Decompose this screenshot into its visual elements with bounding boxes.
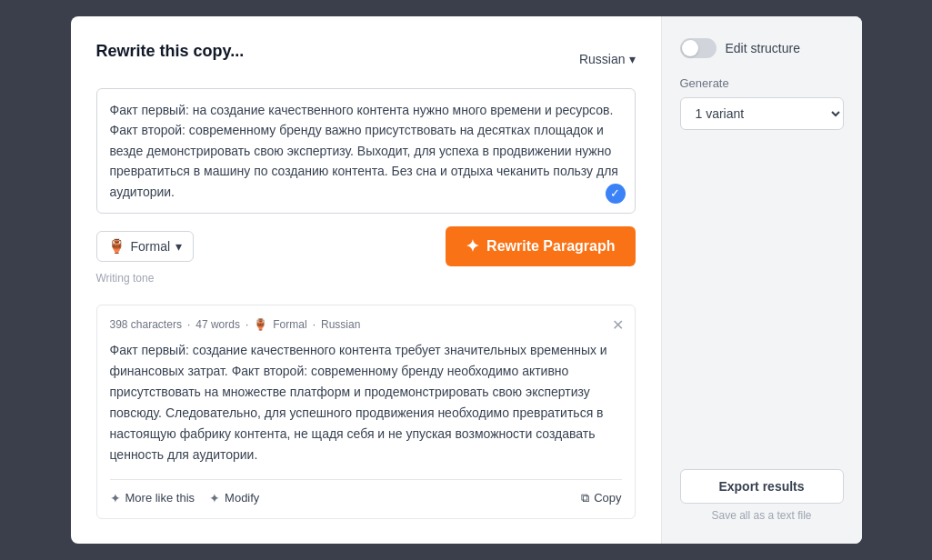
main-container: Rewrite this copy... Russian ▾ Факт перв… [71, 16, 862, 544]
tone-icon: 🏺 [108, 238, 125, 255]
copy-button[interactable]: ⧉ Copy [581, 491, 621, 505]
toggle-row: Edit structure [680, 38, 844, 58]
modify-label: Modify [225, 491, 259, 505]
language-selector[interactable]: Russian ▾ [579, 52, 636, 66]
left-panel: Rewrite this copy... Russian ▾ Факт перв… [71, 16, 662, 544]
modify-icon: ✦ [209, 491, 220, 505]
check-icon: ✓ [606, 184, 626, 204]
result-dot3: · [313, 318, 316, 331]
result-dot2: · [246, 318, 248, 331]
rewrite-plus-icon: ✦ [466, 236, 479, 256]
result-text: Факт первый: создание качественного конт… [110, 340, 622, 466]
language-label: Russian [579, 52, 626, 66]
result-language: Russian [321, 318, 360, 331]
writing-tone-label: Writing tone [96, 272, 636, 285]
result-dot1: · [187, 318, 190, 331]
copy-icon: ⧉ [581, 491, 589, 505]
modify-button[interactable]: ✦ Modify [209, 491, 259, 505]
result-actions: ✦ More like this ✦ Modify ⧉ Copy [110, 479, 622, 505]
rewrite-button-label: Rewrite Paragraph [486, 238, 615, 255]
tone-label: Formal [131, 239, 171, 254]
result-tone-icon: 🏺 [254, 318, 267, 331]
page-title: Rewrite this copy... [96, 42, 245, 61]
copy-label: Copy [594, 491, 621, 505]
result-tone: Formal [273, 318, 306, 331]
input-text: Факт первый: на создание качественного к… [110, 103, 618, 199]
more-like-this-icon: ✦ [110, 491, 121, 505]
right-panel: Edit structure Generate 1 variant 2 vari… [662, 16, 862, 544]
result-card: 398 characters · 47 words · 🏺 Formal · R… [96, 305, 636, 519]
export-button[interactable]: Export results [680, 469, 844, 504]
edit-structure-toggle[interactable] [680, 38, 717, 58]
result-chars: 398 characters [110, 318, 182, 331]
toggle-knob [682, 40, 698, 56]
result-meta: 398 characters · 47 words · 🏺 Formal · R… [110, 318, 622, 331]
result-words: 47 words [195, 318, 240, 331]
rewrite-button[interactable]: ✦ Rewrite Paragraph [446, 226, 635, 266]
edit-structure-label: Edit structure [726, 41, 800, 55]
header-row: Rewrite this copy... Russian ▾ [96, 42, 636, 75]
tone-button[interactable]: 🏺 Formal ▾ [96, 231, 195, 262]
input-text-box: Факт первый: на создание качественного к… [96, 88, 636, 214]
variant-select[interactable]: 1 variant 2 variants 3 variants [680, 97, 844, 130]
tone-chevron-icon: ▾ [175, 239, 182, 254]
controls-row: 🏺 Formal ▾ ✦ Rewrite Paragraph [96, 226, 636, 266]
language-chevron-icon: ▾ [629, 52, 636, 66]
more-like-this-button[interactable]: ✦ More like this [110, 491, 195, 505]
close-button[interactable]: ✕ [612, 316, 624, 334]
generate-label: Generate [680, 76, 844, 90]
save-label: Save all as a text file [680, 509, 844, 522]
more-like-this-label: More like this [125, 491, 195, 505]
